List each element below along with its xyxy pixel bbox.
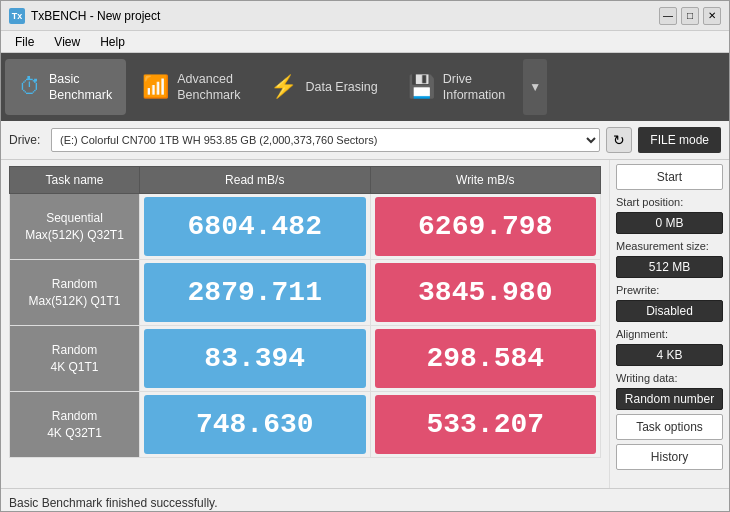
table-row: Random4K Q1T1 83.394 298.584 <box>10 326 601 392</box>
sidebar: Start Start position: 0 MB Measurement s… <box>609 160 729 488</box>
menu-bar: File View Help <box>1 31 729 53</box>
minimize-button[interactable]: — <box>659 7 677 25</box>
write-value-random-4k-q32: 533.207 <box>370 392 601 458</box>
drive-refresh-button[interactable]: ↻ <box>606 127 632 153</box>
alignment-label: Alignment: <box>616 328 723 340</box>
drive-bar: Drive: (E:) Colorful CN700 1TB WH 953.85… <box>1 121 729 160</box>
maximize-button[interactable]: □ <box>681 7 699 25</box>
menu-help[interactable]: Help <box>92 33 133 51</box>
read-value-random-4k-q1: 83.394 <box>140 326 371 392</box>
close-button[interactable]: ✕ <box>703 7 721 25</box>
status-bar: Basic Benchmark finished successfully. <box>1 488 729 512</box>
title-bar: Tx TxBENCH - New project — □ ✕ <box>1 1 729 31</box>
task-name-random-512k: RandomMax(512K) Q1T1 <box>10 260 140 326</box>
toolbar-data-erasing[interactable]: ⚡ Data Erasing <box>256 59 391 115</box>
drive-label: Drive: <box>9 133 45 147</box>
task-name-random-4k-q1: Random4K Q1T1 <box>10 326 140 392</box>
col-read: Read mB/s <box>140 167 371 194</box>
toolbar: ⏱ BasicBenchmark 📶 AdvancedBenchmark ⚡ D… <box>1 53 729 121</box>
write-value-random-512k: 3845.980 <box>370 260 601 326</box>
read-value-random-4k-q32: 748.630 <box>140 392 371 458</box>
start-button[interactable]: Start <box>616 164 723 190</box>
toolbar-drive-information[interactable]: 💾 DriveInformation <box>394 59 520 115</box>
table-row: RandomMax(512K) Q1T1 2879.711 3845.980 <box>10 260 601 326</box>
data-erasing-icon: ⚡ <box>270 74 297 100</box>
col-task-name: Task name <box>10 167 140 194</box>
advanced-benchmark-icon: 📶 <box>142 74 169 100</box>
toolbar-advanced-benchmark[interactable]: 📶 AdvancedBenchmark <box>128 59 254 115</box>
basic-benchmark-label: BasicBenchmark <box>49 71 112 104</box>
writing-data-label: Writing data: <box>616 372 723 384</box>
write-value-random-4k-q1: 298.584 <box>370 326 601 392</box>
toolbar-basic-benchmark[interactable]: ⏱ BasicBenchmark <box>5 59 126 115</box>
menu-file[interactable]: File <box>7 33 42 51</box>
col-write: Write mB/s <box>370 167 601 194</box>
start-position-label: Start position: <box>616 196 723 208</box>
history-button[interactable]: History <box>616 444 723 470</box>
drive-select[interactable]: (E:) Colorful CN700 1TB WH 953.85 GB (2,… <box>51 128 600 152</box>
app-icon: Tx <box>9 8 25 24</box>
table-row: SequentialMax(512K) Q32T1 6804.482 6269.… <box>10 194 601 260</box>
table-row: Random4K Q32T1 748.630 533.207 <box>10 392 601 458</box>
alignment-value[interactable]: 4 KB <box>616 344 723 366</box>
window-controls: — □ ✕ <box>659 7 721 25</box>
read-value-random-512k: 2879.711 <box>140 260 371 326</box>
menu-view[interactable]: View <box>46 33 88 51</box>
drive-information-icon: 💾 <box>408 74 435 100</box>
data-erasing-label: Data Erasing <box>305 79 377 95</box>
benchmark-header-row: Task name Read mB/s Write mB/s <box>10 167 601 194</box>
writing-data-value[interactable]: Random number <box>616 388 723 410</box>
toolbar-dropdown-button[interactable]: ▼ <box>523 59 547 115</box>
task-name-random-4k-q32: Random4K Q32T1 <box>10 392 140 458</box>
task-name-sequential: SequentialMax(512K) Q32T1 <box>10 194 140 260</box>
start-position-value[interactable]: 0 MB <box>616 212 723 234</box>
benchmark-table: Task name Read mB/s Write mB/s Sequentia… <box>9 166 601 458</box>
measurement-size-value[interactable]: 512 MB <box>616 256 723 278</box>
status-text: Basic Benchmark finished successfully. <box>9 496 218 510</box>
main-content: Task name Read mB/s Write mB/s Sequentia… <box>1 160 729 488</box>
drive-information-label: DriveInformation <box>443 71 506 104</box>
advanced-benchmark-label: AdvancedBenchmark <box>177 71 240 104</box>
window-title: TxBENCH - New project <box>31 9 160 23</box>
prewrite-value[interactable]: Disabled <box>616 300 723 322</box>
measurement-size-label: Measurement size: <box>616 240 723 252</box>
write-value-sequential: 6269.798 <box>370 194 601 260</box>
basic-benchmark-icon: ⏱ <box>19 74 41 100</box>
task-options-button[interactable]: Task options <box>616 414 723 440</box>
benchmark-area: Task name Read mB/s Write mB/s Sequentia… <box>1 160 609 488</box>
prewrite-label: Prewrite: <box>616 284 723 296</box>
file-mode-button[interactable]: FILE mode <box>638 127 721 153</box>
read-value-sequential: 6804.482 <box>140 194 371 260</box>
